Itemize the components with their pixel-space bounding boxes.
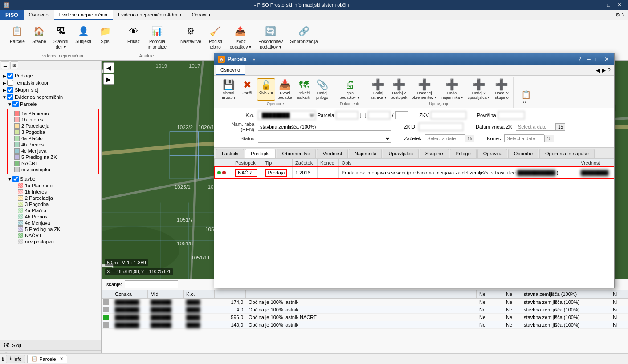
zacetek-btn[interactable]: 15	[465, 135, 474, 142]
ribbon-btn-posodobitev[interactable]: 🔄 Posodobitevpodatkov ▾	[256, 22, 285, 52]
parcele-tab[interactable]: 📋 Parcele ✕	[27, 355, 67, 363]
konec-btn[interactable]: 15	[544, 135, 554, 142]
datum-vnosa-btn[interactable]: 15	[556, 123, 565, 131]
dialog-maximize-btn[interactable]: □	[594, 56, 601, 62]
table-row[interactable]: ███████ ██████ ████ 140,0 Občina je 100%…	[102, 321, 628, 329]
tab-skupine[interactable]: Skupine	[420, 149, 449, 158]
table-row[interactable]: ███████ ██████ ████ 4,0 Občina je 100% l…	[102, 306, 628, 314]
panel-btn-2[interactable]: ⊞	[10, 61, 18, 69]
tab-priloge[interactable]: Priloge	[450, 149, 477, 158]
search-input[interactable]	[125, 280, 178, 288]
tree-cb-podlage[interactable]	[7, 73, 13, 79]
tab-upravljalec[interactable]: Upravljalec	[383, 149, 418, 158]
tab-vrednost[interactable]: Vrednost	[317, 149, 348, 158]
tree-cb-evidenca[interactable]	[7, 94, 13, 100]
tree-toggle-stavbe[interactable]: ▼	[7, 177, 12, 182]
nav-left-btn[interactable]: ◀	[103, 62, 114, 73]
postopki-row-1[interactable]: NAČRT Prodaja 1.2016 Prodaja oz. menjava…	[215, 167, 614, 178]
tree-item-4a[interactable]: 4a Plačilo	[9, 135, 98, 142]
dialog-menu-arrow-left[interactable]: ◀	[596, 67, 600, 73]
tree-item-s3[interactable]: 3 Pogodba	[12, 201, 99, 207]
tree-item-s2[interactable]: 2 Parcelacija	[12, 195, 99, 201]
parcela-dialog[interactable]: 🏠 Parcela ▾ ? ─ □ ✕ Osnovno ◀ ▶ ?	[214, 53, 615, 288]
table-row[interactable]: ███████ ██████ ████ 174,0 Občina je 100%…	[102, 299, 628, 306]
tree-toggle-tematski[interactable]: ▶	[2, 81, 7, 85]
nav-right-btn[interactable]: ▶	[103, 74, 114, 85]
ribbon-btn-izvoz[interactable]: 📤 Izvozpodatkov ▾	[227, 22, 254, 52]
povrsina-input[interactable]	[498, 111, 525, 119]
nam-raba-input[interactable]	[258, 123, 391, 131]
tree-item-s1a[interactable]: 1a Planirano	[12, 182, 99, 189]
dialog-btn-prikazi[interactable]: 🗺 Prikažina karti	[295, 78, 313, 101]
tab-najemniki[interactable]: Najemniki	[349, 149, 382, 158]
parcela-input-1[interactable]	[336, 111, 358, 119]
tab-opombe[interactable]: Opombe	[508, 149, 538, 158]
parcela-input-3[interactable]	[395, 111, 408, 119]
parcela-cb[interactable]	[360, 113, 366, 118]
ribbon-btn-spisi[interactable]: 📁 Spisi	[96, 22, 115, 52]
info-button[interactable]: ℹ Info	[6, 355, 25, 363]
menu-help-icon[interactable]: ?	[622, 12, 624, 18]
ribbon-btn-pocisti[interactable]: 🧹 Počistiizbiro	[206, 22, 225, 52]
dialog-menu-arrow-right[interactable]: ▶	[602, 67, 606, 73]
tab-opravila[interactable]: Opravila	[477, 149, 507, 158]
dialog-help-btn[interactable]: ?	[577, 56, 583, 62]
konec-field[interactable]	[504, 134, 544, 142]
tree-item-podlage[interactable]: ▶ Podlage	[2, 72, 99, 79]
ribbon-btn-subjekti[interactable]: 👤 Subjekti	[73, 22, 94, 52]
dialog-btn-dodaj-obremenitev[interactable]: ➕ Dodanejobremenitev ▾	[410, 77, 439, 101]
dialog-btn-dodaj-postopek[interactable]: ➕ Dodaj vpostopek	[389, 77, 409, 101]
tree-item-parcele[interactable]: ▼ Parcele	[7, 101, 99, 108]
dialog-btn-other[interactable]: 📋 O...	[517, 89, 535, 105]
tree-item-5-predl[interactable]: 5 Predlog na ZK	[9, 154, 98, 160]
tree-item-nacrt-p[interactable]: NAČRT	[9, 160, 98, 166]
zacetek-field[interactable]	[425, 134, 465, 142]
tree-item-sni[interactable]: ni v postopku	[12, 239, 99, 245]
close-btn[interactable]: ✕	[615, 2, 624, 8]
parcela-input-2[interactable]	[368, 111, 390, 119]
tree-cb-tematski[interactable]	[7, 80, 13, 86]
sloji-item[interactable]: 🗺 Sloji	[0, 340, 101, 351]
tree-item-ni-p[interactable]: ni v postopku	[9, 166, 98, 173]
zkid-input[interactable]	[419, 123, 463, 131]
dialog-menu-osnovno[interactable]: Osnovno	[216, 65, 245, 75]
parcele-tab-close[interactable]: ✕	[60, 356, 63, 361]
tree-item-snacrt[interactable]: NAČRT	[12, 232, 99, 239]
tree-item-stavbe[interactable]: ▼ Stavbe	[7, 175, 99, 182]
tree-item-s1b[interactable]: 1b Interes	[12, 189, 99, 195]
ribbon-btn-sinhronizacija[interactable]: 🔗 Sinhronizacija	[287, 22, 320, 52]
datum-vnosa-field[interactable]	[516, 123, 556, 131]
status-select[interactable]	[258, 134, 391, 143]
tree-toggle-podlage[interactable]: ▶	[2, 73, 7, 78]
tree-item-1a-plan[interactable]: 1a Planirano	[9, 110, 98, 117]
panel-btn-1[interactable]: ☰	[1, 61, 9, 69]
dialog-btn-zbrisi[interactable]: ✖ Zbriši	[238, 78, 256, 101]
tree-item-skupni[interactable]: ▶ Skupni sloji	[2, 86, 99, 93]
dialog-btn-dodaj-najemnika[interactable]: ➕ Dodajnajemnika ▾	[440, 77, 465, 101]
tree-item-4c[interactable]: 4c Menjava	[9, 148, 98, 154]
tree-item-s4a[interactable]: 4a Plačilo	[12, 207, 99, 214]
menu-opravila[interactable]: Opravila	[187, 10, 216, 20]
ribbon-btn-porocila[interactable]: 📊 Poročilain analize	[145, 22, 169, 52]
ribbon-btn-stavbe[interactable]: 🏠 Stavbe	[29, 22, 49, 52]
tree-item-3-pogod[interactable]: 3 Pogodba	[9, 129, 98, 135]
tree-toggle-evidenca[interactable]: ▼	[2, 95, 7, 100]
tree-cb-stavbe[interactable]	[12, 176, 19, 182]
piso-logo[interactable]: PISO	[0, 10, 24, 20]
zkv-input[interactable]	[431, 111, 466, 119]
dialog-btn-dodaj-lastnika[interactable]: ➕ Dodajlastnika ▾	[368, 77, 388, 101]
tree-item-1b[interactable]: 1b Interes	[9, 117, 98, 123]
ribbon-btn-parcele[interactable]: 📋 Parcele	[7, 22, 28, 52]
tree-toggle-skupni[interactable]: ▶	[2, 88, 7, 93]
dialog-btn-uvozi[interactable]: 📥 Uvozipodatke	[276, 78, 294, 101]
tab-postopki[interactable]: Postopki	[245, 149, 275, 158]
dialog-btn-dodaj-skupino[interactable]: ➕ Dodaj vskupino	[493, 77, 510, 101]
tree-toggle-parcele[interactable]: ▼	[7, 102, 12, 107]
menu-evidenca-admin[interactable]: Evidenca nepremičnin Admin	[113, 10, 187, 20]
tab-opozorila[interactable]: Opozorila in napake	[539, 149, 595, 158]
ko-select[interactable]: ████████	[258, 111, 316, 120]
dialog-btn-dodaj-prilogo[interactable]: 📎 Dodajprilogo	[314, 78, 331, 101]
menu-osnovno[interactable]: Osnovno	[24, 10, 54, 20]
dialog-menu-help[interactable]: ?	[608, 67, 611, 73]
menu-evidenca[interactable]: Evidenca nepremičnin	[54, 10, 113, 20]
